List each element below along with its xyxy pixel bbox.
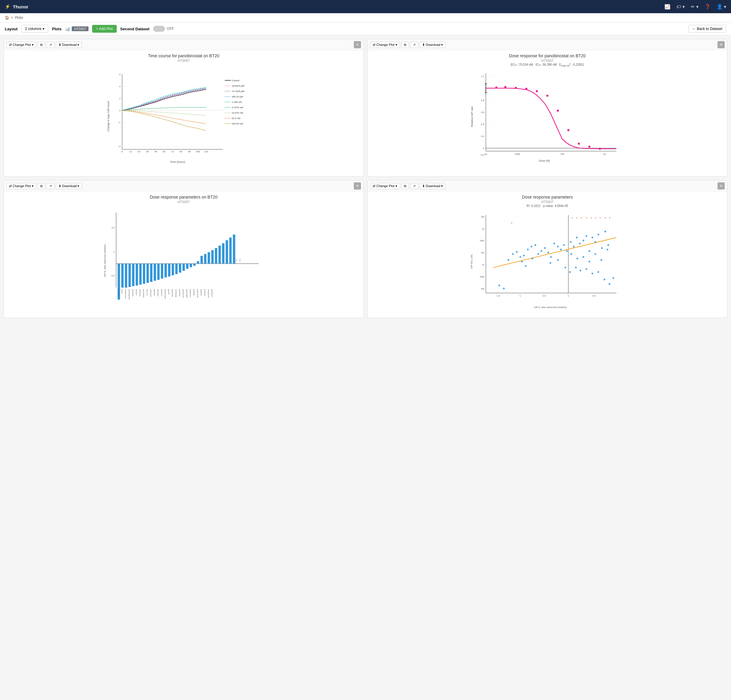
close-button-1[interactable]: ✕ — [354, 41, 361, 48]
svg-point-204 — [548, 252, 549, 253]
chart-subtitle-3: HTS007 — [4, 200, 363, 204]
plot-card-2: ⇄ Change Plot ▾ ⧉ ↗ ⬇ Download ▾ ✕ Dose … — [367, 39, 727, 177]
svg-rect-124 — [226, 240, 228, 264]
plot-card-1: ⇄ Change Plot ▾ ⧉ ↗ ⬇ Download ▾ ✕ Time … — [4, 39, 364, 177]
svg-text:Time (hours): Time (hours) — [170, 160, 185, 164]
svg-point-77 — [567, 129, 570, 131]
svg-point-224 — [521, 261, 523, 262]
svg-rect-98 — [132, 264, 134, 286]
add-plot-label: + Add Plot — [96, 27, 113, 31]
svg-text:+: + — [586, 216, 587, 220]
svg-text:N/A: N/A — [235, 259, 237, 262]
change-plot-icon-4: ⇄ — [373, 184, 376, 188]
tag-nav-icon[interactable]: 🏷 ▾ — [677, 4, 685, 10]
add-plot-button[interactable]: + Add Plot — [92, 25, 116, 33]
svg-text:100p: 100p — [480, 275, 484, 278]
svg-text:DIP E_Max observed (relative): DIP E_Max observed (relative) — [104, 244, 106, 277]
user-nav-icon[interactable]: 👤 ▾ — [716, 4, 726, 10]
lightning-icon: ⚡ — [5, 4, 10, 9]
close-button-2[interactable]: ✕ — [718, 41, 725, 48]
back-to-dataset-button[interactable]: ← Back to Dataset — [688, 25, 726, 33]
svg-point-212 — [573, 246, 575, 247]
plot-toolbar-1: ⇄ Change Plot ▾ ⧉ ↗ ⬇ Download ▾ ✕ — [4, 39, 363, 50]
change-plot-button-2[interactable]: ⇄ Change Plot ▾ — [370, 42, 400, 48]
svg-point-74 — [536, 90, 538, 92]
svg-rect-109 — [172, 264, 174, 275]
svg-text:−0.2: −0.2 — [480, 154, 484, 156]
chart-nav-icon[interactable]: 📈 — [664, 4, 670, 10]
svg-point-203 — [544, 247, 546, 249]
svg-text:1.246 nM: 1.246 nM — [232, 101, 242, 104]
change-plot-button-1[interactable]: ⇄ Change Plot ▾ — [6, 42, 36, 48]
copy-button-3[interactable]: ⧉ — [38, 183, 45, 189]
breadcrumb-separator: > — [11, 16, 13, 20]
svg-point-230 — [577, 258, 578, 259]
svg-point-231 — [583, 256, 584, 258]
toggle-switch[interactable] — [153, 26, 165, 32]
svg-text:Change in log₂ Cell count: Change in log₂ Cell count — [107, 101, 110, 132]
layout-dropdown[interactable]: 2 columns ▾ — [21, 25, 48, 33]
change-plot-chevron-2: ▾ — [395, 43, 397, 47]
svg-point-200 — [534, 244, 536, 246]
svg-text:72: 72 — [171, 150, 174, 153]
download-button-4[interactable]: ⬇ Download ▾ — [420, 183, 446, 189]
svg-text:0.4: 0.4 — [481, 123, 484, 126]
svg-text:+: + — [595, 216, 597, 220]
svg-text:36: 36 — [146, 150, 149, 153]
copy-button-4[interactable]: ⧉ — [401, 183, 409, 189]
svg-point-70 — [495, 87, 498, 89]
external-link-button-2[interactable]: ↗ — [410, 42, 418, 48]
svg-point-221 — [601, 247, 603, 249]
svg-text:+: + — [511, 221, 512, 225]
svg-rect-114 — [190, 264, 192, 267]
copy-icon-1: ⧉ — [40, 43, 43, 47]
close-button-4[interactable]: ✕ — [718, 182, 725, 190]
svg-text:10μ: 10μ — [481, 216, 484, 218]
svg-rect-105 — [157, 264, 160, 280]
copy-button-1[interactable]: ⧉ — [38, 42, 45, 48]
svg-text:6: 6 — [119, 73, 121, 76]
download-button-2[interactable]: ⬇ Download ▾ — [420, 42, 446, 48]
external-link-button-3[interactable]: ↗ — [47, 183, 54, 189]
svg-text:−1: −1 — [118, 121, 121, 124]
svg-point-244 — [609, 283, 611, 285]
chart-subtitle-2: HTS007 — [368, 59, 727, 62]
svg-point-72 — [515, 87, 517, 89]
download-icon-3: ⬇ — [59, 184, 61, 188]
svg-rect-121 — [215, 248, 217, 264]
breadcrumb-home[interactable]: 🏠 — [5, 16, 9, 20]
layout-value: 2 columns — [25, 27, 42, 31]
plot-toolbar-4: ⇄ Change Plot ▾ ⧉ ↗ ⬇ Download ▾ ✕ — [368, 180, 727, 192]
change-plot-chevron-3: ▾ — [32, 184, 34, 188]
svg-point-207 — [557, 246, 559, 247]
download-button-1[interactable]: ⬇ Download ▾ — [56, 42, 82, 48]
svg-rect-106 — [161, 264, 163, 278]
plot-area-1: Time course for panobinostat on BT20 HTS… — [4, 50, 363, 176]
svg-rect-107 — [164, 264, 167, 277]
change-plot-button-3[interactable]: ⇄ Change Plot ▾ — [6, 183, 36, 189]
chart-subtitle-1: HTS007 — [4, 59, 363, 62]
svg-rect-112 — [182, 264, 185, 271]
svg-text:dupanitib: dupanitib — [132, 289, 134, 296]
svg-point-240 — [586, 268, 587, 270]
svg-text:panobinostat: panobinostat — [128, 289, 130, 300]
edit-nav-icon[interactable]: ✏ ▾ — [691, 4, 698, 10]
help-nav-icon[interactable]: ❓ — [705, 4, 710, 10]
download-button-3[interactable]: ⬇ Download ▾ — [56, 183, 82, 189]
svg-text:0: 0 — [483, 147, 484, 150]
svg-text:249.25 nM: 249.25 nM — [232, 122, 243, 125]
svg-text:10n: 10n — [560, 153, 564, 155]
svg-text:1.2: 1.2 — [481, 75, 484, 78]
close-button-3[interactable]: ✕ — [354, 182, 361, 190]
svg-text:torin2: torin2 — [121, 289, 123, 294]
second-dataset-toggle[interactable]: OFF — [153, 26, 174, 32]
copy-button-2[interactable]: ⧉ — [401, 42, 409, 48]
external-link-button-1[interactable]: ↗ — [47, 42, 54, 48]
svg-point-232 — [589, 261, 590, 262]
svg-text:trametinib: trametinib — [189, 289, 191, 297]
svg-text:ink128: ink128 — [168, 289, 170, 294]
svg-point-195 — [516, 251, 518, 253]
change-plot-button-4[interactable]: ⇄ Change Plot ▾ — [370, 183, 400, 189]
svg-point-73 — [525, 88, 527, 90]
external-link-button-4[interactable]: ↗ — [410, 183, 418, 189]
